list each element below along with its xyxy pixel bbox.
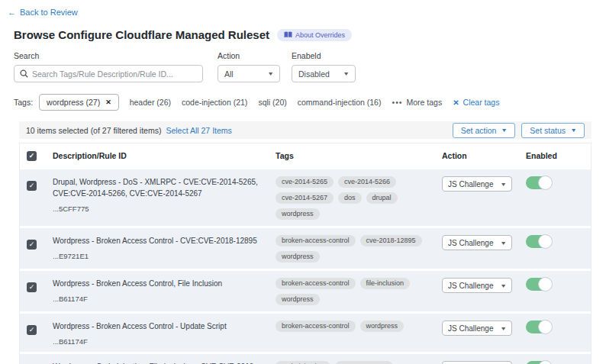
tag-filter[interactable]: command-injection (16) (298, 98, 382, 107)
tag-pill: broken-access-control (276, 278, 356, 289)
row-action-select[interactable]: JS Challenge ▼ (442, 321, 512, 336)
set-status-label: Set status (530, 126, 566, 135)
row-description: Drupal, Wordpress - DoS - XMLRPC - CVE:C… (53, 176, 276, 199)
set-status-button[interactable]: Set status ▼ (521, 123, 585, 138)
search-input[interactable] (32, 69, 197, 79)
row-description: Wordpress - Code Injection, File Inclusi… (53, 361, 276, 364)
tag-filter-list: header (26)code-injection (21)sqli (20)c… (130, 98, 382, 107)
row-tags: broken-access-controlfile-inclusionwordp… (276, 278, 442, 305)
select-all-checkbox[interactable]: ✓ (27, 151, 37, 161)
remove-tag-icon[interactable]: ✕ (105, 98, 111, 106)
toggle-knob (538, 360, 553, 364)
row-enabled-toggle[interactable] (526, 321, 552, 333)
row-tags: broken-access-controlcve-2018-12895wordp… (276, 235, 442, 263)
more-tags-button[interactable]: ••• More tags (392, 98, 442, 107)
tag-pill: wordpress (276, 294, 320, 305)
set-action-button[interactable]: Set action ▼ (453, 123, 516, 138)
enabled-filter-label: Enabeld (292, 51, 356, 60)
more-tags-label: More tags (406, 98, 442, 107)
header-enabled: Enabled (526, 151, 591, 160)
chevron-down-icon: ▼ (267, 71, 274, 76)
search-icon (20, 67, 28, 81)
row-action-value: JS Challenge (448, 180, 493, 188)
action-filter-select[interactable]: All ▼ (218, 65, 280, 82)
tag-pill: broken-access-control (276, 321, 356, 332)
action-filter-label: Action (218, 51, 280, 60)
row-checkbox[interactable]: ✓ (27, 282, 37, 292)
table-row: ✓ Wordpress - Broken Access Control - CV… (20, 228, 591, 269)
table-row: ✓ Wordpress - Code Injection, File Inclu… (20, 354, 591, 364)
selected-tag-chip[interactable]: wordpress (27) ✕ (39, 94, 119, 111)
tag-filter[interactable]: header (26) (130, 98, 171, 107)
row-description: Wordpress - Broken Access Control, File … (53, 278, 276, 289)
tag-filter[interactable]: sqli (20) (258, 98, 286, 107)
select-all-link[interactable]: Select All 27 Items (166, 126, 231, 135)
table-row: ✓ Wordpress - Broken Access Control, Fil… (20, 271, 591, 311)
row-enabled-toggle[interactable] (526, 176, 552, 189)
enabled-filter-value: Disabled (298, 69, 330, 79)
row-action-select[interactable]: JS Challenge ▼ (442, 235, 512, 250)
set-action-label: Set action (461, 126, 497, 135)
row-checkbox[interactable]: ✓ (27, 240, 37, 250)
tag-pill: drupal (366, 192, 398, 204)
table-row: ✓ Drupal, Wordpress - DoS - XMLRPC - CVE… (20, 169, 591, 226)
row-enabled-toggle[interactable] (526, 361, 552, 364)
page-title: Browse Configure Cloudflare Managed Rule… (14, 28, 269, 41)
selection-bar: 10 items selected (of 27 filtered items)… (19, 121, 591, 139)
row-action-value: JS Challenge (448, 282, 493, 290)
row-rule-id: ...E9721E1 (53, 252, 276, 260)
row-action-select[interactable]: JS Challenge ▼ (442, 361, 512, 364)
row-checkbox[interactable]: ✓ (27, 181, 37, 191)
tag-pill: wordpress (276, 208, 320, 220)
row-description: Wordpress - Broken Access Control - CVE:… (53, 235, 276, 246)
tags-bar: Tags: wordpress (27) ✕ header (26)code-i… (14, 94, 606, 111)
row-action-select[interactable]: JS Challenge ▼ (442, 278, 512, 293)
row-rule-id: ...5CFF775 (53, 205, 276, 213)
header-tags: Tags (276, 151, 442, 160)
tag-pill: code-injection (276, 361, 330, 364)
chevron-down-icon: ▼ (500, 182, 507, 187)
title-row: Browse Configure Cloudflare Managed Rule… (14, 28, 606, 41)
book-icon (284, 31, 292, 38)
selection-summary: 10 items selected (of 27 filtered items) (26, 126, 161, 135)
row-rule-id: ...B61174F (53, 295, 276, 303)
action-filter-value: All (224, 69, 234, 79)
toggle-knob (538, 320, 553, 334)
tag-pill: cve-2014-5266 (338, 176, 396, 188)
toggle-knob (538, 277, 553, 292)
chevron-down-icon: ▼ (570, 127, 577, 133)
table-header-row: ✓ Description/Rule ID Tags Action Enable… (20, 143, 591, 167)
check-icon: ✓ (29, 240, 35, 248)
tag-pill: broken-access-control (276, 235, 356, 246)
search-label: Search (14, 51, 203, 60)
chevron-down-icon: ▼ (343, 71, 350, 76)
tag-pill: wordpress (360, 321, 405, 332)
tag-pill: cve-2018-12895 (360, 235, 422, 246)
header-action: Action (442, 151, 526, 160)
about-overrides-badge[interactable]: About Overrides (277, 29, 352, 41)
enabled-filter-select[interactable]: Disabled ▼ (292, 65, 356, 82)
filters-row: Search Action All ▼ Enabeld Disabled ▼ (14, 51, 606, 82)
toggle-knob (538, 176, 553, 190)
check-icon: ✓ (29, 326, 35, 333)
row-enabled-toggle[interactable] (526, 278, 552, 291)
tag-filter[interactable]: code-injection (21) (182, 98, 247, 107)
ellipsis-icon: ••• (392, 98, 402, 107)
toggle-knob (538, 234, 553, 249)
rules-table: ✓ Description/Rule ID Tags Action Enable… (19, 143, 591, 364)
close-icon: ✕ (453, 98, 459, 107)
selected-tag-label: wordpress (27) (47, 98, 100, 107)
tag-pill: cve-2014-5267 (276, 192, 334, 204)
check-icon: ✓ (29, 283, 35, 291)
row-enabled-toggle[interactable] (526, 235, 552, 248)
table-row: ✓ Wordpress - Broken Access Control - Up… (20, 314, 591, 352)
check-icon: ✓ (29, 152, 35, 159)
row-tags: code-injectioncve-2019-8942cve-2019-8943… (276, 361, 442, 364)
row-checkbox[interactable]: ✓ (27, 325, 37, 335)
row-rule-id: ...B61174F (53, 337, 276, 346)
row-action-value: JS Challenge (448, 324, 493, 333)
back-link[interactable]: ← Back to Review (8, 8, 78, 17)
clear-tags-button[interactable]: ✕ Clear tags (453, 98, 499, 107)
row-action-select[interactable]: JS Challenge ▼ (442, 176, 512, 192)
back-arrow-icon: ← (8, 8, 16, 17)
